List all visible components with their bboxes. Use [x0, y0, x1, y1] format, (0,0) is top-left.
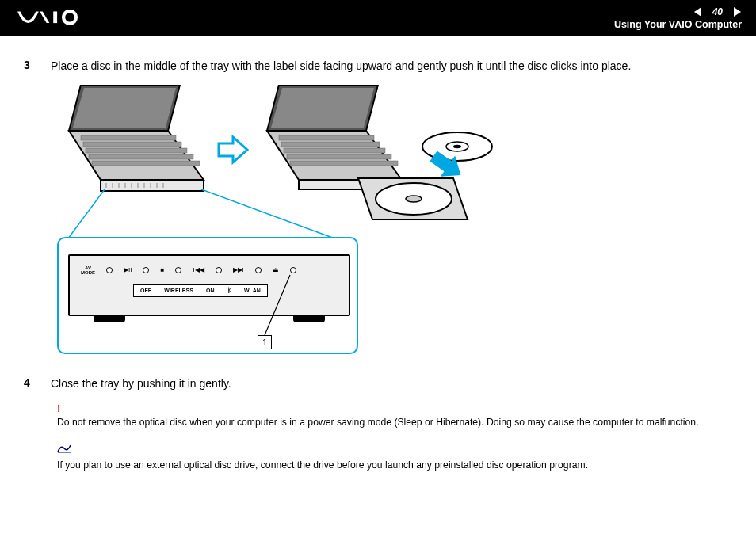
header-right: 40 Using Your VAIO Computer [614, 6, 742, 30]
vaio-logo [17, 10, 105, 27]
tip-icon [57, 443, 732, 457]
prev-page-arrow-icon[interactable] [693, 6, 704, 17]
svg-rect-0 [53, 11, 57, 23]
svg-line-42 [265, 275, 290, 335]
section-title: Using Your VAIO Computer [614, 19, 742, 30]
next-page-arrow-icon[interactable] [731, 6, 742, 17]
step-3: 3 Place a disc in the middle of the tray… [24, 59, 732, 74]
step-4-text: Close the tray by pushing it in gently. [51, 376, 231, 391]
warning-icon: ! [57, 402, 732, 414]
step-4: 4 Close the tray by pushing it in gently… [24, 376, 732, 391]
svg-point-1 [63, 11, 76, 24]
step-3-number: 3 [24, 59, 35, 74]
svg-marker-3 [734, 7, 741, 17]
step-4-number: 4 [24, 376, 35, 391]
warning-text: Do not remove the optical disc when your… [57, 416, 732, 429]
figure-area: AV MODE ▶II ■ I◀◀ ▶▶I ⏏ OFF [57, 85, 533, 362]
step-3-text: Place a disc in the middle of the tray w… [51, 59, 631, 74]
notes-section: ! Do not remove the optical disc when yo… [57, 402, 732, 472]
page-number: 40 [712, 6, 723, 17]
header-bar: 40 Using Your VAIO Computer [0, 0, 756, 36]
svg-marker-2 [694, 7, 701, 17]
page-body: 3 Place a disc in the middle of the tray… [0, 36, 756, 502]
page-nav: 40 [693, 6, 742, 17]
callout-label-1: 1 [258, 335, 272, 349]
tip-text: If you plan to use an external optical d… [57, 459, 732, 471]
front-panel-callout: AV MODE ▶II ■ I◀◀ ▶▶I ⏏ OFF [57, 237, 358, 354]
